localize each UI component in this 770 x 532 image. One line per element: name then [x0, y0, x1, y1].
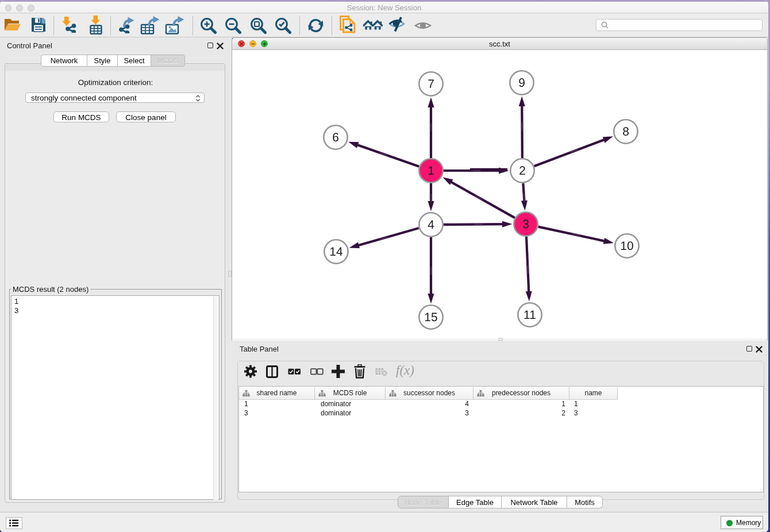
svg-text:10: 10 [620, 240, 633, 253]
svg-text:15: 15 [424, 311, 437, 324]
svg-text:9: 9 [518, 76, 525, 90]
svg-text:8: 8 [622, 125, 629, 138]
svg-text:14: 14 [329, 245, 343, 259]
svg-text:2: 2 [519, 164, 526, 178]
svg-text:3: 3 [522, 218, 529, 231]
svg-text:1: 1 [428, 164, 434, 178]
svg-text:7: 7 [428, 78, 434, 91]
svg-text:11: 11 [523, 309, 536, 322]
svg-text:6: 6 [332, 131, 339, 144]
svg-text:4: 4 [428, 218, 434, 232]
